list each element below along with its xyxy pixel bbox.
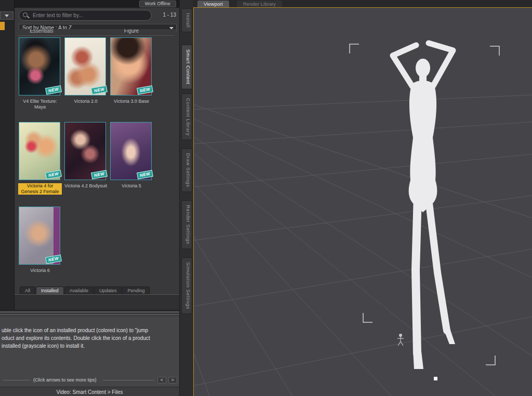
tips-prev-button[interactable]: < (157, 377, 166, 384)
tab-all[interactable]: All (20, 286, 35, 294)
product-label: Victoria 4 for Genesis 2 Female (18, 183, 62, 195)
new-badge: NEW (45, 254, 62, 264)
tip-text-line: uble click the icon of an installed prod… (2, 326, 150, 334)
product-label: Victoria 4.2 Bodysuit (64, 183, 108, 189)
figure-model[interactable] (393, 43, 455, 369)
tab-pending[interactable]: Pending (122, 286, 150, 294)
scene-canvas (194, 8, 532, 396)
tips-next-button[interactable]: > (168, 377, 177, 384)
smart-content-panel: Work Offline 1 - 13 Sort by Name : A to … (15, 0, 179, 310)
product-thumbnail: NEW (64, 122, 106, 180)
tab-updates[interactable]: Updates (94, 286, 122, 294)
new-badge: NEW (137, 170, 153, 179)
panel-top-bar: Work Offline (15, 0, 179, 8)
category-divider (18, 35, 174, 36)
side-tab-install[interactable]: Install (181, 8, 192, 32)
side-tab-strip: Install Smart Content Content Library Dr… (179, 0, 193, 396)
product-label: Victoria 5 (110, 183, 153, 189)
product-item[interactable]: NEW Victoria 6 (17, 206, 63, 284)
side-tab-content-library[interactable]: Content Library (181, 93, 192, 140)
video-link[interactable]: Video: Smart Content > Files (0, 387, 179, 396)
side-tab-simulation-settings[interactable]: Simulation Settings (181, 257, 192, 314)
divider (3, 380, 30, 380)
info-pane: uble click the icon of an installed prod… (0, 310, 179, 396)
tips-pager: (Click arrows to see more tips) < > (0, 376, 179, 384)
product-item[interactable]: NEW Victoria 5 (109, 121, 154, 206)
product-item[interactable]: NEW Victoria 3.0 Base (109, 36, 154, 121)
pane-highlight-marker (0, 22, 5, 30)
pane-splitter[interactable] (0, 312, 179, 313)
product-thumbnail: NEW (64, 37, 106, 95)
aspect-frame-corner (490, 46, 499, 56)
product-item[interactable]: NEW V4 Elite Texture: Maya (17, 36, 63, 121)
viewport-tab-bar: Viewport Render Library (193, 0, 532, 7)
product-label: Victoria 6 (18, 268, 62, 274)
product-cells: NEW V4 Elite Texture: Maya NEW Victoria … (17, 36, 157, 284)
tips-pager-label: (Click arrows to see more tips) (33, 377, 97, 383)
new-badge: NEW (91, 170, 108, 179)
tip-text-line: installed (grayscale icon) to install it… (2, 342, 150, 350)
product-item[interactable]: NEW Victoria 4.2 Bodysuit (63, 121, 109, 206)
tab-installed[interactable]: Installed (36, 286, 64, 294)
category-header-figure: Figure (108, 29, 155, 34)
filter-input[interactable] (19, 10, 152, 21)
result-range: 1 - 13 (163, 12, 176, 18)
product-item[interactable]: NEW Victoria 2.0 (63, 36, 109, 121)
product-item-selected[interactable]: NEW Victoria 4 for Genesis 2 Female (17, 121, 63, 206)
pane-dropdown[interactable] (0, 11, 14, 20)
product-thumbnail: NEW (19, 37, 60, 95)
work-offline-button[interactable]: Work Offline (139, 1, 176, 7)
floor-grid (194, 95, 532, 396)
category-header-essentials: Essentials (18, 29, 65, 34)
tip-text-line: oduct and explore its contents. Double c… (2, 334, 150, 342)
viewport-pane: Viewport Render Library (193, 0, 532, 396)
chevron-down-icon (5, 15, 9, 17)
aspect-frame-corner (363, 313, 373, 322)
tab-render-library[interactable]: Render Library (237, 1, 282, 7)
divider (103, 380, 154, 380)
product-label: V4 Elite Texture: Maya (18, 99, 62, 110)
product-thumbnail: NEW (110, 122, 152, 180)
tab-viewport[interactable]: Viewport (197, 1, 229, 7)
side-tab-render-settings[interactable]: Render Settings (181, 200, 192, 249)
side-tab-draw-settings[interactable]: Draw Settings (181, 148, 192, 192)
status-tab-bar: All Installed Available Updates Pending (20, 286, 150, 294)
aspect-frame-corner (486, 356, 495, 365)
panel-footer-area (15, 294, 179, 310)
side-tab-smart-content[interactable]: Smart Content (181, 45, 192, 89)
aspect-frame-corner (350, 44, 359, 53)
product-thumbnail: NEW (110, 37, 152, 95)
new-badge: NEW (45, 85, 62, 94)
new-badge: NEW (91, 85, 108, 94)
tip-text: uble click the icon of an installed prod… (2, 326, 150, 350)
filter-row: 1 - 13 (15, 9, 179, 22)
tab-available[interactable]: Available (64, 286, 94, 294)
product-thumbnail: NEW (19, 122, 60, 180)
viewport-scene[interactable] (193, 7, 532, 396)
product-grid: Essentials Figure NEW V4 Elite Texture: … (17, 29, 176, 284)
product-thumbnail: NEW (19, 207, 60, 265)
product-label: Victoria 2.0 (64, 99, 108, 104)
search-icon (23, 12, 28, 17)
new-badge: NEW (45, 170, 62, 179)
new-badge: NEW (137, 85, 153, 94)
pane-splitter[interactable] (0, 315, 179, 316)
node-handle[interactable] (434, 377, 437, 380)
product-label: Victoria 3.0 Base (110, 99, 153, 104)
